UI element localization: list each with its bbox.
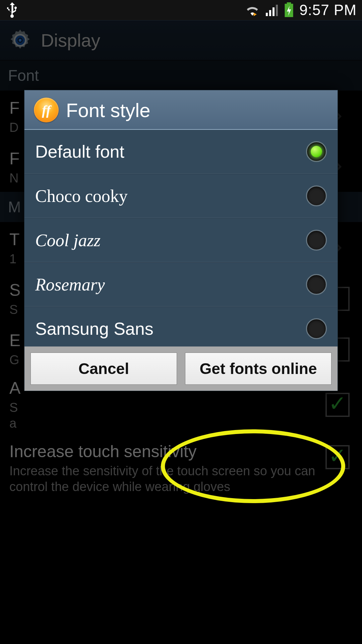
svg-rect-3 [273, 7, 275, 16]
option-label: Cool jazz [35, 230, 306, 250]
radio-button[interactable] [306, 185, 327, 206]
radio-button[interactable] [306, 318, 327, 339]
status-bar: 9:57 PM [0, 0, 362, 20]
font-option-rosemary[interactable]: Rosemary [24, 262, 338, 307]
svg-marker-0 [254, 12, 257, 16]
option-label: Default font [35, 142, 306, 162]
dialog-title: Font style [66, 99, 150, 121]
fontflip-icon: ff [34, 98, 59, 122]
font-options-list: Default font Choco cooky Cool jazz Rosem… [24, 130, 338, 346]
battery-icon [284, 2, 294, 18]
svg-rect-2 [269, 10, 271, 16]
usb-icon [5, 2, 19, 18]
cancel-button[interactable]: Cancel [31, 353, 177, 385]
font-option-default[interactable]: Default font [24, 130, 338, 174]
svg-rect-1 [266, 13, 268, 16]
dialog-header: ff Font style [24, 90, 338, 130]
radio-button[interactable] [306, 230, 327, 251]
font-option-choco-cooky[interactable]: Choco cooky [24, 174, 338, 218]
wifi-icon [245, 3, 260, 17]
svg-rect-5 [287, 2, 291, 4]
dialog-button-row: Cancel Get fonts online [24, 346, 338, 391]
get-fonts-online-button[interactable]: Get fonts online [185, 353, 331, 385]
signal-icon [265, 3, 279, 17]
option-label: Rosemary [35, 275, 306, 294]
font-style-dialog: ff Font style Default font Choco cooky C… [24, 90, 338, 391]
option-label: Samsung Sans [35, 319, 306, 339]
svg-rect-4 [276, 5, 278, 16]
status-time: 9:57 PM [299, 2, 357, 18]
font-option-samsung-sans[interactable]: Samsung Sans [24, 307, 338, 346]
font-option-cool-jazz[interactable]: Cool jazz [24, 218, 338, 262]
radio-button[interactable] [306, 141, 327, 162]
radio-button[interactable] [306, 274, 327, 295]
option-label: Choco cooky [35, 186, 306, 206]
